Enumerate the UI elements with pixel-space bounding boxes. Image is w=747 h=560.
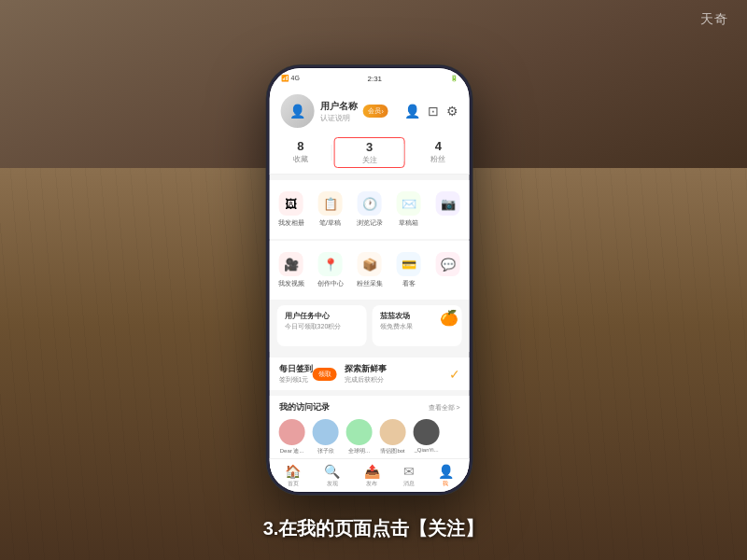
visit-name-3: 情侣图bot — [380, 447, 404, 455]
visit-more[interactable]: 查看全部 > — [429, 403, 460, 413]
phone-wrapper: 📶 4G 2:31 🔋 👤 用户名称 认证说明 会员 › — [267, 65, 472, 495]
profile-info: 用户名称 认证说明 — [320, 100, 358, 123]
visit-avatars: Dear 迪... 张子欣 全球明... 情侣图bot — [279, 419, 460, 455]
stat-following-number: 3 — [338, 140, 401, 154]
menu-icon-history: 🕐 — [358, 191, 382, 216]
stat-fans-number: 4 — [407, 139, 470, 153]
banner-card-farm[interactable]: 茄茄农场 领免费水果 🍊 — [373, 305, 462, 346]
home-icon: 🏠 — [285, 464, 301, 479]
daily-info: 每日签到 签到领1元 — [279, 363, 313, 385]
daily-btn[interactable]: 领取 — [313, 368, 337, 381]
menu-icon-fans-collect: 📦 — [358, 252, 382, 276]
menu-icon-service: 💬 — [436, 252, 460, 276]
visit-name-0: Dear 迪... — [280, 447, 304, 455]
nav-home[interactable]: 🏠 首页 — [285, 464, 301, 488]
visit-name-1: 张子欣 — [317, 447, 334, 455]
visit-item-4[interactable]: _QianYi... — [414, 419, 440, 455]
nav-publish-label: 发布 — [366, 480, 377, 488]
menu-icon-wallet: 💳 — [397, 252, 421, 276]
discover-icon: 🔍 — [324, 464, 340, 479]
scan-icon[interactable]: ⊡ — [428, 104, 439, 119]
publish-icon: 📤 — [364, 464, 380, 479]
visit-item-3[interactable]: 情侣图bot — [380, 419, 406, 455]
stats-row: 8 收藏 3 关注 4 粉丝 — [270, 132, 470, 175]
daily2-check-icon: ✓ — [449, 367, 460, 382]
menu-item-photo[interactable]: 🖼 我发相册 — [274, 188, 309, 231]
nav-discover[interactable]: 🔍 发现 — [324, 464, 340, 488]
daily2-info: 探索新鲜事 完成后获积分 — [345, 363, 449, 385]
menu-icon-drafts: ✉️ — [397, 191, 421, 216]
menu-item-history[interactable]: 🕐 浏览记录 — [352, 188, 388, 231]
visit-item-2[interactable]: 全球明... — [346, 419, 373, 455]
daily-title: 每日签到 — [279, 363, 313, 375]
visit-item-0[interactable]: Dear 迪... — [279, 419, 305, 455]
nav-messages[interactable]: ✉ 消息 — [403, 464, 415, 488]
visit-avatar-4 — [414, 419, 440, 445]
visit-avatar-3 — [380, 419, 406, 445]
daily-sub: 签到领1元 — [279, 375, 313, 385]
app-header: 👤 用户名称 认证说明 会员 › 👤 ⊡ ⚙ — [270, 89, 470, 132]
menu-item-drafts[interactable]: ✉️ 草稿箱 — [391, 188, 427, 231]
status-bar: 📶 4G 2:31 🔋 — [270, 68, 470, 89]
menu-item-wallet[interactable]: 💳 看客 — [391, 248, 427, 292]
menu-icon-photo: 🖼 — [279, 191, 303, 216]
stat-favorites[interactable]: 8 收藏 — [270, 139, 332, 166]
daily-row: 每日签到 签到领1元 领取 探索新鲜事 完成后获积分 ✓ — [279, 363, 460, 385]
banner-title-task: 用户任务中心 — [285, 311, 359, 321]
menu-label-history: 浏览记录 — [357, 218, 383, 228]
menu-icon-creator: 📍 — [318, 252, 343, 276]
menu-section-2: 🎥 我发视频 📍 创作中心 📦 粉丝采集 💳 看客 — [270, 241, 470, 300]
profile-nav-icon: 👤 — [438, 464, 454, 479]
profile-name: 用户名称 — [320, 100, 358, 113]
status-battery: 🔋 — [450, 75, 458, 82]
bottom-nav: 🏠 首页 🔍 发现 📤 发布 ✉ 消息 👤 我 — [270, 458, 470, 492]
menu-icon-video: 🎥 — [279, 252, 303, 276]
menu-item-video[interactable]: 🎥 我发视频 — [274, 248, 309, 292]
stat-following-label: 关注 — [338, 155, 401, 165]
vip-badge[interactable]: 会员 › — [363, 105, 388, 118]
visit-avatar-1 — [313, 419, 339, 445]
visit-item-1[interactable]: 张子欣 — [313, 419, 339, 455]
menu-item-creator[interactable]: 📍 创作中心 — [313, 248, 348, 292]
phone: 📶 4G 2:31 🔋 👤 用户名称 认证说明 会员 › — [267, 65, 472, 495]
settings-icon[interactable]: ⚙ — [446, 104, 458, 119]
stat-following[interactable]: 3 关注 — [333, 137, 405, 168]
menu-label-creator: 创作中心 — [317, 279, 344, 288]
banner-section: 用户任务中心 今日可领取320积分 茄茄农场 领免费水果 🍊 — [270, 300, 470, 352]
menu-label-wallet: 看客 — [402, 279, 416, 288]
menu-grid-1: 🖼 我发相册 📋 笔/草稿 🕐 浏览记录 ✉️ 草稿箱 — [270, 188, 470, 231]
vip-label: 会员 — [368, 106, 381, 116]
menu-label-photo: 我发相册 — [278, 218, 304, 228]
menu-item-draft[interactable]: 📋 笔/草稿 — [313, 188, 348, 231]
profile-section: 👤 用户名称 认证说明 会员 › — [281, 94, 388, 128]
visit-avatar-2 — [346, 419, 373, 445]
visit-avatar-0 — [279, 419, 305, 445]
menu-label-fans-collect: 粉丝采集 — [357, 279, 383, 288]
stat-favorites-number: 8 — [270, 139, 332, 153]
nav-discover-label: 发现 — [327, 480, 338, 488]
menu-item-fans-collect[interactable]: 📦 粉丝采集 — [352, 248, 388, 292]
stat-favorites-label: 收藏 — [270, 154, 332, 164]
nav-home-label: 首页 — [288, 480, 299, 488]
daily2-title: 探索新鲜事 — [345, 363, 449, 375]
menu-item-service[interactable]: 💬 — [430, 248, 466, 292]
phone-screen: 📶 4G 2:31 🔋 👤 用户名称 认证说明 会员 › — [270, 68, 470, 492]
vip-arrow: › — [382, 108, 384, 115]
banner-card-task[interactable]: 用户任务中心 今日可领取320积分 — [277, 305, 367, 346]
avatar[interactable]: 👤 — [281, 94, 315, 128]
nav-messages-label: 消息 — [403, 480, 415, 488]
banner-sub-task: 今日可领取320积分 — [285, 322, 359, 331]
visit-name-4: _QianYi... — [415, 447, 439, 453]
menu-section-1: 🖼 我发相册 📋 笔/草稿 🕐 浏览记录 ✉️ 草稿箱 — [270, 180, 470, 239]
stat-fans[interactable]: 4 粉丝 — [407, 139, 470, 166]
nav-profile[interactable]: 👤 我 — [438, 464, 454, 488]
watermark: 天奇 — [700, 11, 728, 28]
nav-publish[interactable]: 📤 发布 — [364, 464, 380, 488]
status-time: 2:31 — [367, 75, 382, 83]
status-signal: 📶 4G — [281, 75, 300, 82]
menu-item-camera[interactable]: 📷 — [430, 188, 466, 231]
person-icon[interactable]: 👤 — [404, 104, 420, 119]
farm-icon: 🍊 — [440, 309, 458, 327]
visit-name-2: 全球明... — [348, 447, 370, 455]
profile-sub: 认证说明 — [320, 113, 358, 123]
